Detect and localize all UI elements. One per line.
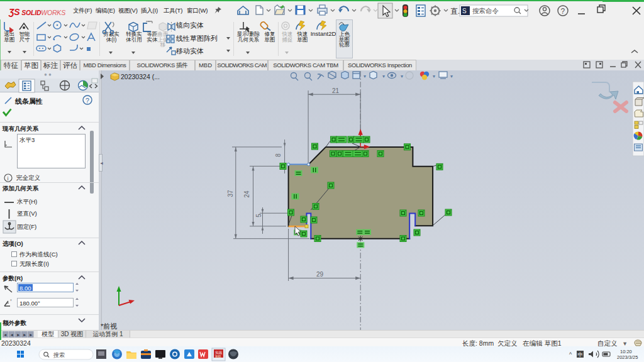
svg-text:◄: ◄	[10, 332, 14, 337]
svg-text:▾: ▾	[382, 74, 385, 79]
svg-text:10:20: 10:20	[620, 349, 632, 354]
svg-text:中: 中	[578, 351, 584, 358]
svg-text:i: i	[8, 175, 9, 182]
svg-text:^: ^	[569, 351, 572, 358]
svg-text:5: 5	[255, 214, 262, 217]
svg-text:29: 29	[316, 271, 324, 278]
svg-text:?: ?	[86, 97, 89, 104]
svg-text:搜索: 搜索	[53, 352, 65, 358]
svg-text:►: ►	[23, 332, 26, 337]
svg-text:▾: ▾	[401, 74, 403, 79]
svg-text:21: 21	[332, 87, 340, 94]
svg-text:▾: ▾	[433, 74, 435, 79]
svg-text:►: ►	[16, 332, 20, 337]
svg-text:24: 24	[243, 190, 250, 198]
svg-text:实战: 实战	[215, 351, 223, 354]
svg-text:37: 37	[227, 190, 234, 197]
svg-text:°: °	[10, 299, 12, 304]
svg-text:◄: ◄	[3, 332, 7, 337]
svg-text:营销: 营销	[215, 354, 221, 359]
svg-text:20230324 (...: 20230324 (...	[121, 73, 160, 80]
svg-text:▾: ▾	[364, 74, 366, 79]
svg-text:8: 8	[275, 153, 282, 157]
svg-text:►: ►	[29, 332, 33, 337]
svg-text:▾: ▾	[450, 74, 453, 79]
svg-text:*前视: *前视	[101, 322, 117, 330]
svg-text:2023/3/25: 2023/3/25	[617, 354, 638, 360]
